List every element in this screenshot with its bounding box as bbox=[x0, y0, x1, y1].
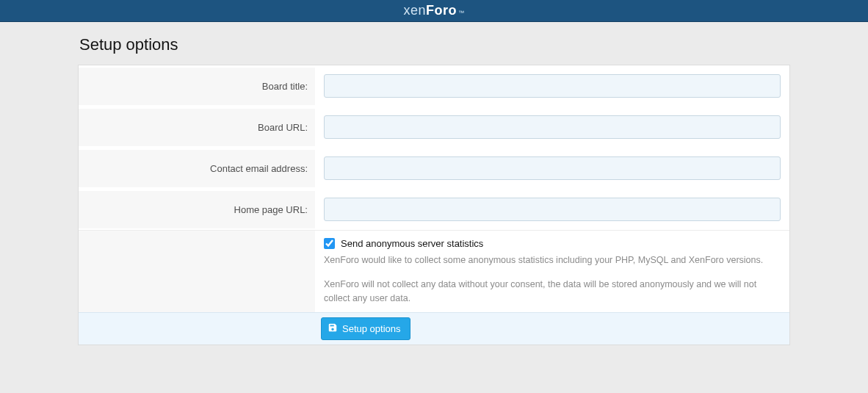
row-home-page-url: Home page URL: bbox=[79, 189, 789, 230]
stats-hint-1: XenForo would like to collect some anony… bbox=[324, 253, 781, 267]
label-contact-email: Contact email address: bbox=[79, 150, 315, 187]
brand-logo: xenForo™ bbox=[403, 3, 464, 18]
brand-part1: xen bbox=[403, 3, 426, 18]
brand-tm: ™ bbox=[458, 10, 465, 16]
setup-options-button[interactable]: Setup options bbox=[321, 317, 411, 340]
label-board-title: Board title: bbox=[79, 68, 315, 105]
row-board-url: Board URL: bbox=[79, 107, 789, 148]
board-url-input[interactable] bbox=[324, 115, 781, 139]
submit-label: Setup options bbox=[342, 323, 401, 334]
page-container: Setup options Board title: Board URL: Co… bbox=[78, 22, 790, 375]
send-stats-label[interactable]: Send anonymous server statistics bbox=[341, 238, 483, 249]
label-stats-spacer bbox=[79, 230, 315, 312]
topbar: xenForo™ bbox=[0, 0, 868, 22]
label-board-url: Board URL: bbox=[79, 109, 315, 146]
send-stats-checkbox[interactable] bbox=[324, 238, 335, 249]
board-title-input[interactable] bbox=[324, 74, 781, 98]
home-page-url-input[interactable] bbox=[324, 198, 781, 221]
contact-email-input[interactable] bbox=[324, 156, 781, 180]
row-stats: Send anonymous server statistics XenForo… bbox=[79, 230, 789, 312]
row-contact-email: Contact email address: bbox=[79, 148, 789, 189]
page-title: Setup options bbox=[78, 35, 790, 54]
row-board-title: Board title: bbox=[79, 65, 789, 107]
setup-panel: Board title: Board URL: Contact email ad… bbox=[78, 65, 790, 345]
brand-part2: Foro bbox=[426, 3, 457, 18]
label-home-page-url: Home page URL: bbox=[79, 191, 315, 228]
form-footer: Setup options bbox=[79, 312, 789, 345]
stats-hint-2: XenForo will not collect any data withou… bbox=[324, 278, 781, 306]
save-icon bbox=[328, 322, 338, 335]
